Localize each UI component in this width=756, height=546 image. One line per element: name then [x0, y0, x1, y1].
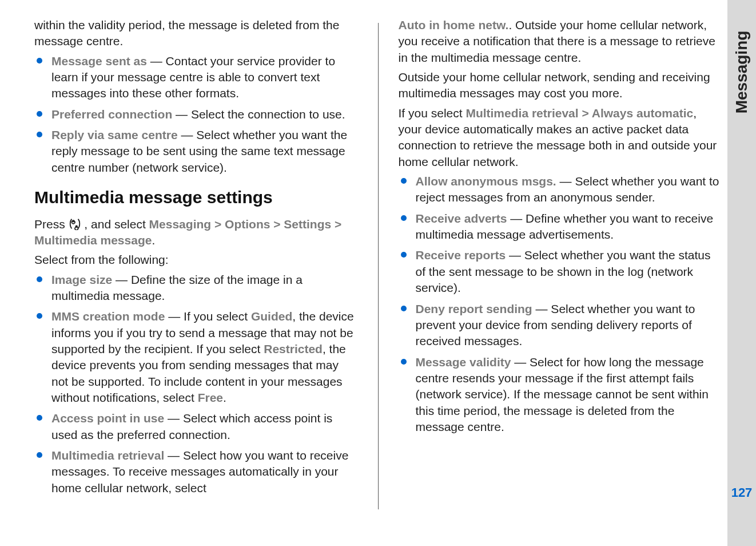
- period: .: [152, 234, 155, 247]
- option-desc-end: .: [223, 391, 226, 404]
- option-desc: — Select the connection to use.: [172, 108, 345, 121]
- menu-key-icon: [69, 217, 81, 230]
- press-text: Press: [34, 217, 69, 231]
- option-preferred-connection: Preferred connection — Select the connec…: [34, 106, 358, 122]
- option-message-sent-as: Message sent as — Contact your service p…: [34, 53, 358, 102]
- path-sep: >: [273, 217, 284, 231]
- mms-options-list-right: Allow anonymous msgs. — Select whether y…: [399, 173, 722, 435]
- path-sep: >: [579, 106, 592, 120]
- inline-guided: Guided: [251, 310, 292, 323]
- option-multimedia-retrieval: Multimedia retrieval — Select how you wa…: [34, 448, 358, 496]
- retrieval-continuation: Auto in home netw.. Outside your home ce…: [399, 17, 722, 66]
- column-divider: [378, 23, 379, 509]
- chapter-label: Messaging: [733, 31, 751, 114]
- mms-settings-heading: Multimedia message settings: [34, 186, 358, 209]
- p2a: If you select: [399, 106, 466, 120]
- inline-always-automatic: Always automatic: [592, 106, 693, 120]
- option-reply-via-same-centre: Reply via same centre — Select whether y…: [34, 127, 358, 176]
- option-desc-pre: — If you select: [165, 310, 251, 323]
- chapter-tab: Messaging 127: [727, 0, 756, 546]
- svg-point-1: [75, 225, 77, 227]
- option-allow-anonymous: Allow anonymous msgs. — Select whether y…: [399, 173, 722, 206]
- and-select-text: , and select: [84, 217, 149, 231]
- path-sep: >: [214, 217, 225, 231]
- option-label: MMS creation mode: [51, 310, 165, 323]
- roaming-cost-note: Outside your home cellular network, send…: [399, 69, 722, 102]
- option-mms-creation-mode: MMS creation mode — If you select Guided…: [34, 308, 358, 406]
- manual-page: within the validity period, the message …: [0, 0, 756, 546]
- svg-point-0: [72, 220, 74, 222]
- right-column: Auto in home netw.. Outside your home ce…: [399, 17, 722, 515]
- option-label: Allow anonymous msgs.: [416, 175, 556, 188]
- option-label: Deny report sending: [416, 302, 532, 315]
- path-sep: >: [335, 217, 341, 231]
- option-label: Message sent as: [51, 54, 147, 68]
- path-mms: Multimedia message: [34, 234, 152, 247]
- option-label: Receive reports: [416, 248, 506, 262]
- mms-options-list-left: Image size — Define the size of the imag…: [34, 272, 358, 496]
- option-deny-report-sending: Deny report sending — Select whether you…: [399, 301, 722, 350]
- option-label: Preferred connection: [51, 108, 172, 121]
- path-settings: Settings: [284, 217, 331, 231]
- option-label: Reply via same centre: [51, 128, 178, 141]
- inline-restricted: Restricted: [264, 342, 323, 355]
- text-message-options-list: Message sent as — Contact your service p…: [34, 53, 358, 176]
- option-receive-adverts: Receive adverts — Define whether you wan…: [399, 211, 722, 243]
- two-column-layout: within the validity period, the message …: [34, 17, 722, 515]
- inline-free: Free: [198, 391, 223, 404]
- option-image-size: Image size — Define the size of the imag…: [34, 272, 358, 304]
- left-column: within the validity period, the message …: [34, 17, 358, 515]
- option-message-validity: Message validity — Select for how long t…: [399, 354, 722, 436]
- option-label: Image size: [51, 273, 112, 286]
- option-access-point: Access point in use — Select which acces…: [34, 410, 358, 443]
- option-label: Receive adverts: [416, 212, 507, 225]
- always-automatic-note: If you select Multimedia retrieval > Alw…: [399, 105, 722, 170]
- inline-mm-retrieval: Multimedia retrieval: [465, 106, 578, 120]
- instruction-press-path: Press , and select Messaging > Options >…: [34, 216, 358, 249]
- option-label: Access point in use: [51, 412, 164, 425]
- option-label: Multimedia retrieval: [51, 449, 164, 462]
- page-number: 127: [727, 485, 756, 500]
- select-from-text: Select from the following:: [34, 252, 358, 268]
- option-label: Message validity: [416, 355, 511, 369]
- option-receive-reports: Receive reports — Select whether you wan…: [399, 247, 722, 296]
- inline-auto-home: Auto in home netw.: [399, 18, 509, 31]
- continuation-text: within the validity period, the message …: [34, 17, 358, 50]
- path-options: Options: [225, 217, 270, 231]
- path-messaging: Messaging: [149, 217, 212, 231]
